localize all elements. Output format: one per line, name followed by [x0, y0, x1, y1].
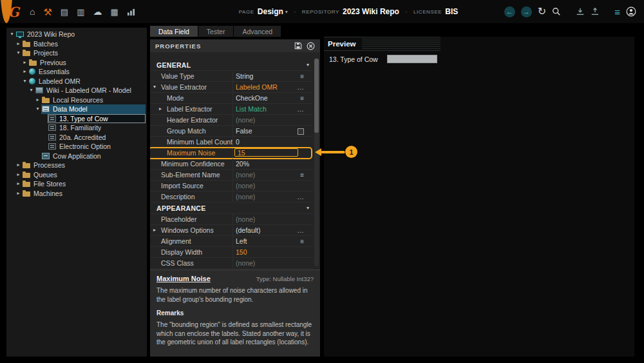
tree-item-local-resources[interactable]: ▸Local Resources — [6, 95, 147, 105]
dropdown-menu-icon[interactable]: ≡ — [300, 71, 304, 81]
property-row-sub-element-name[interactable]: Sub-Element Name(none)≡ — [150, 170, 312, 181]
property-row-description[interactable]: Description(none)… — [150, 191, 312, 202]
tree-item-20a-accredited[interactable]: 20a. Accredited — [6, 133, 147, 142]
property-value[interactable]: 0 — [236, 137, 294, 147]
property-row-display-width[interactable]: Display Width150 — [150, 247, 312, 258]
property-value[interactable]: (none) — [236, 191, 294, 202]
forward-button[interactable]: → — [521, 6, 532, 17]
property-row-placeholder[interactable]: Placeholder(none) — [150, 214, 312, 225]
section-appearance[interactable]: APPEARANCE▾ — [150, 202, 312, 214]
cloud-icon[interactable]: ☁ — [93, 7, 102, 16]
stats-icon[interactable] — [127, 8, 135, 16]
ellipsis-button[interactable]: … — [297, 104, 304, 114]
tree-item-electronic-option[interactable]: Electronic Option — [6, 142, 147, 152]
property-row-value-type[interactable]: Value TypeString≡ — [150, 71, 312, 82]
page-selector[interactable]: Design — [258, 7, 283, 16]
property-value[interactable]: (none) — [236, 258, 294, 268]
property-value[interactable]: (none) — [236, 214, 294, 224]
property-row-label-extractor[interactable]: ▸Label ExtractorList Match… — [150, 104, 312, 115]
batches-icon[interactable]: ▤ — [61, 8, 68, 16]
property-row-alignment[interactable]: AlignmentLeft≡ — [150, 236, 312, 247]
preview-field-input[interactable] — [387, 55, 437, 63]
search-icon[interactable] — [552, 7, 561, 16]
expand-arrow-icon[interactable]: ▸ — [153, 228, 161, 233]
expand-arrow-icon[interactable]: ▸ — [15, 191, 22, 196]
property-row-css-class[interactable]: CSS Class(none) — [150, 258, 312, 269]
property-value[interactable]: 20% — [236, 159, 294, 169]
property-row-windows-options[interactable]: ▸Windows Options(default)… — [150, 225, 312, 236]
property-row-maximum-noise[interactable]: Maximum Noise15 — [150, 148, 312, 159]
property-value[interactable]: List Match — [236, 104, 294, 114]
save-icon[interactable] — [294, 42, 302, 50]
collapse-arrow-icon[interactable]: ▾ — [34, 106, 41, 112]
tree-item-projects[interactable]: ▾Projects — [6, 48, 147, 58]
ellipsis-button[interactable]: … — [297, 191, 304, 202]
tree-item-2023-wiki-repo[interactable]: ▾2023 Wiki Repo — [6, 30, 147, 39]
tree-item-machines[interactable]: ▸Machines — [6, 189, 147, 199]
tree-item-13-type-of-cow[interactable]: 13. Type of Cow — [6, 114, 147, 124]
dropdown-menu-icon[interactable]: ≡ — [300, 93, 304, 103]
expand-arrow-icon[interactable]: ▸ — [34, 97, 41, 103]
ellipsis-button[interactable]: … — [297, 225, 304, 235]
account-icon[interactable] — [626, 6, 636, 17]
tree-item-previous[interactable]: ▸Previous — [6, 58, 147, 68]
expand-arrow-icon[interactable]: ▸ — [15, 41, 22, 46]
ellipsis-button[interactable]: … — [297, 82, 304, 92]
property-value[interactable]: False — [236, 126, 294, 136]
home-icon[interactable]: ⌂ — [30, 7, 35, 16]
checkbox-icon[interactable] — [298, 128, 304, 135]
layers-icon[interactable]: ≡ — [614, 7, 620, 17]
property-row-value-extractor[interactable]: ▾Value ExtractorLabeled OMR… — [150, 82, 312, 93]
property-row-group-match[interactable]: Group MatchFalse — [150, 126, 312, 137]
tree-item-processes[interactable]: ▸Processes — [6, 161, 147, 170]
tree-item-labeled-omr[interactable]: ▾Labeled OMR — [6, 77, 147, 86]
tree-item-queues[interactable]: ▸Queues — [6, 170, 147, 180]
tab-advanced[interactable]: Advanced — [234, 26, 281, 37]
collapse-arrow-icon[interactable]: ▾ — [8, 32, 15, 37]
properties-scrollbar[interactable] — [314, 58, 319, 266]
property-value[interactable]: 15 — [234, 148, 298, 157]
chevron-down-icon[interactable]: ▾ — [307, 62, 310, 68]
expand-arrow-icon[interactable]: ▸ — [15, 162, 22, 168]
property-value[interactable]: 150 — [236, 247, 294, 257]
collapse-arrow-icon[interactable]: ▾ — [28, 88, 35, 93]
section-general[interactable]: GENERAL▾ — [150, 59, 312, 71]
expand-arrow-icon[interactable]: ▸ — [15, 181, 22, 186]
expand-arrow-icon[interactable]: ▸ — [159, 106, 167, 112]
property-value[interactable]: Left — [236, 236, 294, 246]
property-row-header-extractor[interactable]: Header Extractor(none) — [150, 115, 312, 126]
property-row-minimum-confidence[interactable]: Minimum Confidence20% — [150, 159, 312, 170]
property-value[interactable]: (default) — [236, 225, 294, 235]
expand-arrow-icon[interactable]: ▸ — [21, 60, 28, 65]
tree-item-data-model[interactable]: ▾Data Model — [6, 104, 147, 114]
tree-item-wiki-labeled-omr-model[interactable]: ▾Wiki - Labeled OMR - Model — [6, 86, 147, 95]
imports-icon[interactable]: ▥ — [77, 8, 84, 16]
dropdown-menu-icon[interactable]: ≡ — [300, 170, 304, 180]
expand-arrow-icon[interactable]: ▸ — [21, 69, 28, 74]
property-value[interactable]: String — [236, 71, 294, 81]
property-value[interactable]: (none) — [236, 170, 294, 180]
refresh-icon[interactable]: ↻ — [538, 6, 546, 17]
property-value[interactable]: (none) — [236, 115, 294, 125]
property-value[interactable]: CheckOne — [236, 93, 294, 103]
tree-item-cow-application[interactable]: Cow Application — [6, 152, 147, 161]
collapse-arrow-icon[interactable]: ▾ — [153, 84, 161, 90]
design-tools-icon[interactable]: ⚒ — [43, 7, 52, 17]
property-row-minimum-label-count[interactable]: Minimum Label Count0 — [150, 137, 312, 148]
property-row-import-source[interactable]: Import Source(none) — [150, 181, 312, 191]
property-row-mode[interactable]: ModeCheckOne≡ — [150, 93, 312, 104]
expand-arrow-icon[interactable]: ▸ — [15, 172, 22, 177]
tree-item-essentials[interactable]: ▸Essentials — [6, 67, 147, 77]
back-button[interactable]: ← — [504, 6, 515, 17]
dropdown-menu-icon[interactable]: ≡ — [300, 236, 304, 246]
upload-icon[interactable] — [591, 7, 600, 16]
tab-data-field[interactable]: Data Field — [150, 26, 198, 37]
scrollbar-thumb[interactable] — [314, 59, 319, 133]
property-value[interactable]: (none) — [236, 181, 294, 191]
tree-item-18-familiarity[interactable]: 18. Familiarity — [6, 123, 147, 133]
tab-tester[interactable]: Tester — [198, 26, 234, 37]
property-value[interactable]: Labeled OMR — [236, 82, 294, 92]
tree-item-file-stores[interactable]: ▸File Stores — [6, 179, 147, 189]
download-icon[interactable] — [576, 7, 585, 16]
chevron-down-icon[interactable]: ▾ — [307, 205, 310, 211]
